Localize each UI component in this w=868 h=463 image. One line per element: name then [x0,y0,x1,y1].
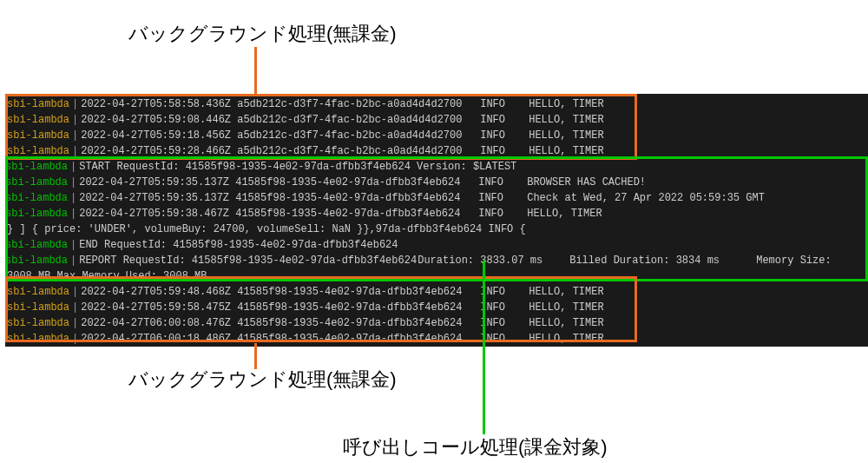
log-pipe: | [72,96,78,112]
log-request-id: a5db212c-d3f7-4fac-b2bc-a0ad4d4d2700 [237,128,480,143]
log-source: sbi-lambda [5,190,68,206]
log-level: INFO [480,128,529,143]
log-message: Check at Wed, 27 Apr 2022 05:59:35 GMT [527,190,765,206]
log-timestamp: 2022-04-27T05:59:08.446Z [81,112,237,128]
log-level: INFO [480,112,529,128]
log-level: INFO [480,315,529,331]
log-request-id: 41585f98-1935-4e02-97da-dfbb3f4eb624 [237,300,480,315]
log-line-payload: } ] { price: 'UNDER', volumeBuy: 24700, … [5,222,868,237]
log-level: INFO [480,96,529,112]
log-line-end: sbi-lambda | END RequestId: 41585f98-193… [5,237,868,253]
log-timestamp: 2022-04-27T05:59:58.475Z [81,300,237,315]
log-report-duration: Duration: 3833.07 ms [418,253,569,268]
log-level: INFO [480,300,529,315]
log-message: HELLO, TIMER [529,143,603,159]
log-pipe: | [70,206,76,222]
log-pipe: | [70,190,76,206]
log-request-id: 41585f98-1935-4e02-97da-dfbb3f4eb624 [237,331,480,347]
log-source: sbi-lambda [5,315,69,331]
log-source: sbi-lambda [5,300,69,315]
log-timestamp: 2022-04-27T06:00:08.476Z [81,315,237,331]
log-pipe: | [72,284,78,300]
terminal-log-panel: sbi-lambda | 2022-04-27T05:58:58.436Z a5… [5,94,868,347]
log-line: sbi-lambda | 2022-04-27T06:00:08.476Z 41… [5,315,868,331]
log-request-id: 41585f98-1935-4e02-97da-dfbb3f4eb624 [235,175,478,190]
log-pipe: | [70,175,76,190]
log-source: sbi-lambda [5,128,69,143]
log-timestamp: 2022-04-27T05:59:38.467Z [79,206,235,222]
log-request-id: 41585f98-1935-4e02-97da-dfbb3f4eb624 [237,315,480,331]
log-timestamp: 2022-04-27T06:00:18.486Z [81,331,237,347]
log-line: sbi-lambda | 2022-04-27T05:59:38.467Z 41… [5,206,868,222]
log-message: BROWSER HAS CACHED! [527,175,646,190]
log-line: sbi-lambda | 2022-04-27T05:59:58.475Z 41… [5,300,868,315]
annotation-billed: 呼び出しコール処理(課金対象) [343,434,608,460]
log-level: INFO [478,190,527,206]
log-timestamp: 2022-04-27T05:59:35.137Z [79,190,235,206]
log-source: sbi-lambda [5,159,68,175]
log-source: sbi-lambda [5,237,68,253]
log-line: sbi-lambda | 2022-04-27T05:59:28.466Z a5… [5,143,868,159]
log-message: HELLO, TIMER [527,206,602,222]
log-pipe: | [72,300,78,315]
log-request-id: 41585f98-1935-4e02-97da-dfbb3f4eb624 [235,206,478,222]
log-source: sbi-lambda [5,112,69,128]
log-line-start: sbi-lambda | START RequestId: 41585f98-1… [5,159,868,175]
log-pipe: | [72,128,78,143]
log-line: sbi-lambda | 2022-04-27T05:58:58.436Z a5… [5,96,868,112]
log-request-id: a5db212c-d3f7-4fac-b2bc-a0ad4d4d2700 [237,112,480,128]
leader-line-top [254,47,257,97]
log-message: HELLO, TIMER [529,331,603,347]
log-request-id: a5db212c-d3f7-4fac-b2bc-a0ad4d4d2700 [237,96,480,112]
log-timestamp: 2022-04-27T05:59:28.466Z [81,143,237,159]
log-source: sbi-lambda [5,175,68,190]
log-end-text: END RequestId: 41585f98-1935-4e02-97da-d… [79,237,398,253]
log-start-text: START RequestId: 41585f98-1935-4e02-97da… [79,159,516,175]
log-source: sbi-lambda [5,96,69,112]
log-report-billed: Billed Duration: 3834 ms [569,253,756,268]
annotation-background-bottom: バックグラウンド処理(無課金) [128,367,397,393]
log-pipe: | [70,159,76,175]
log-request-id: 41585f98-1935-4e02-97da-dfbb3f4eb624 [235,190,478,206]
log-source: sbi-lambda [5,143,69,159]
log-pipe: | [72,143,78,159]
log-message: HELLO, TIMER [529,315,603,331]
leader-line-green [483,261,485,434]
log-request-id: a5db212c-d3f7-4fac-b2bc-a0ad4d4d2700 [237,143,480,159]
log-level: INFO [478,175,527,190]
log-line: sbi-lambda | 2022-04-27T05:59:35.137Z 41… [5,190,868,206]
log-message: HELLO, TIMER [529,112,603,128]
log-timestamp: 2022-04-27T05:59:18.456Z [81,128,237,143]
log-line: sbi-lambda | 2022-04-27T05:59:35.137Z 41… [5,175,868,190]
log-level: INFO [478,206,527,222]
log-level: INFO [480,284,529,300]
log-level: INFO [480,331,529,347]
log-request-id: 41585f98-1935-4e02-97da-dfbb3f4eb624 [237,284,480,300]
log-message: HELLO, TIMER [529,284,603,300]
log-timestamp: 2022-04-27T05:59:35.137Z [79,175,235,190]
log-line: sbi-lambda | 2022-04-27T05:59:48.468Z 41… [5,284,868,300]
log-payload-text: } ] { price: 'UNDER', volumeBuy: 24700, … [5,222,526,237]
leader-line-bottom [254,343,257,369]
log-pipe: | [72,315,78,331]
log-line: sbi-lambda | 2022-04-27T05:59:08.446Z a5… [5,112,868,128]
log-message: HELLO, TIMER [529,300,603,315]
log-message: HELLO, TIMER [529,128,603,143]
log-line: sbi-lambda | 2022-04-27T06:00:18.486Z 41… [5,331,868,347]
log-level: INFO [480,143,529,159]
log-pipe: | [72,112,78,128]
log-report-memsize: Memory Size: [756,253,831,268]
log-line-memory: 3008 MB Max Memory Used: 3008 MB [5,268,868,284]
log-report-prefix: REPORT RequestId: 41585f98-1935-4e02-97d… [79,253,418,268]
log-pipe: | [70,253,76,268]
log-memory-text: 3008 MB Max Memory Used: 3008 MB [5,268,207,284]
log-pipe: | [70,237,76,253]
log-line-report: sbi-lambda | REPORT RequestId: 41585f98-… [5,253,868,268]
log-pipe: | [72,331,78,347]
log-line: sbi-lambda | 2022-04-27T05:59:18.456Z a5… [5,128,868,143]
log-message: HELLO, TIMER [529,96,603,112]
log-source: sbi-lambda [5,253,68,268]
log-source: sbi-lambda [5,206,68,222]
annotation-background-top: バックグラウンド処理(無課金) [128,21,397,47]
log-timestamp: 2022-04-27T05:59:48.468Z [81,284,237,300]
